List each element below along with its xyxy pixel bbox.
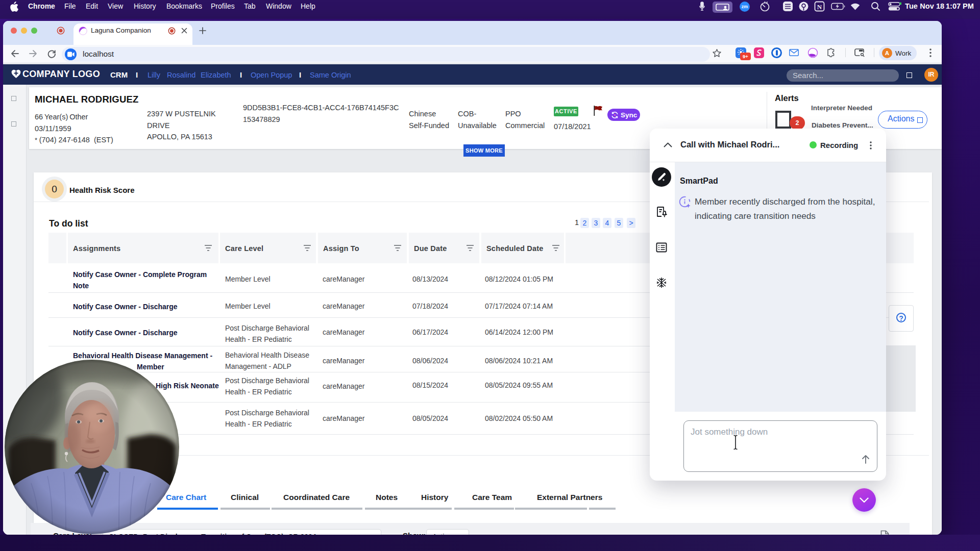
svg-text:N: N <box>817 3 822 11</box>
